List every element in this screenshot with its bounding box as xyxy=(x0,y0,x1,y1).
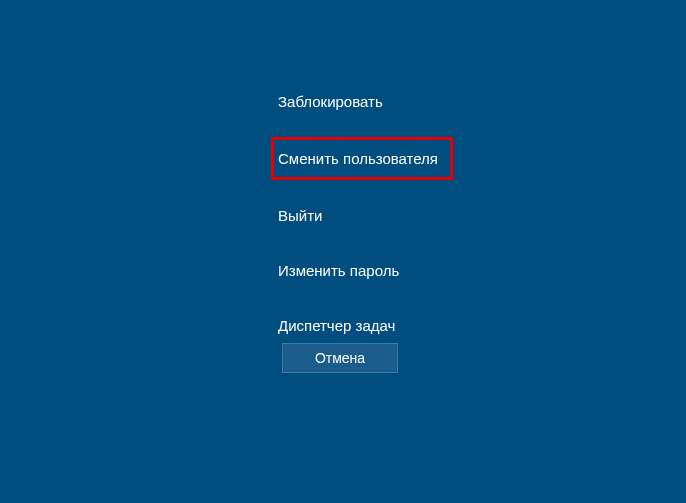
menu-item-change-password[interactable]: Изменить пароль xyxy=(278,254,453,287)
cancel-button[interactable]: Отмена xyxy=(282,343,398,373)
security-menu: Заблокировать Сменить пользователя Выйти… xyxy=(278,85,453,364)
menu-item-switch-user[interactable]: Сменить пользователя xyxy=(271,137,453,180)
menu-item-task-manager[interactable]: Диспетчер задач xyxy=(278,309,453,342)
menu-item-lock[interactable]: Заблокировать xyxy=(278,85,453,118)
menu-item-sign-out[interactable]: Выйти xyxy=(278,199,453,232)
